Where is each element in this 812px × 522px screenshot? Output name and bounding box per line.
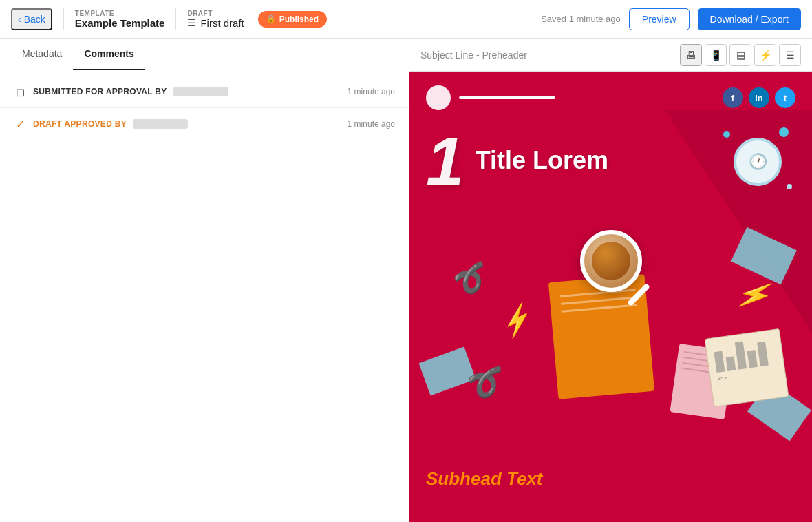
back-arrow-icon: ‹: [18, 14, 21, 25]
graph-paper: x>>: [705, 328, 789, 407]
draft-label: DRAFT: [187, 10, 244, 17]
tab-bar: Metadata Comments: [0, 39, 409, 70]
list-view-button[interactable]: ☰: [779, 44, 801, 66]
submitted-time: 1 minute ago: [348, 87, 395, 96]
published-badge: 🔒 Published: [258, 11, 327, 28]
clock-face-icon: 🕐: [749, 153, 767, 171]
hamburger-icon: ☰: [187, 17, 196, 28]
facebook-icon: f: [723, 87, 743, 108]
tablet-icon: ▤: [736, 50, 745, 61]
folder-line-2: [560, 296, 636, 305]
lock-icon: 🔒: [266, 14, 276, 23]
download-export-button[interactable]: Download / Export: [698, 8, 801, 30]
email-logo-area: [426, 85, 555, 110]
logo-line: [459, 96, 555, 99]
preview-header: Subject Line - Preheader 🖶 📱 ▤ ⚡ ☰: [409, 39, 812, 72]
back-label: Back: [24, 14, 45, 25]
header-divider-1: [63, 8, 64, 30]
tab-comments[interactable]: Comments: [73, 39, 145, 70]
lightning-bolt-1: ➰: [445, 258, 493, 304]
back-button[interactable]: ‹ Back: [11, 8, 52, 30]
email-preview: f in t 1 Title Lorem 🕐: [409, 72, 812, 522]
subject-separator: -: [476, 50, 482, 61]
app-header: ‹ Back TEMPLATE Example Template DRAFT ☰…: [0, 0, 812, 39]
email-preview-container: f in t 1 Title Lorem 🕐: [409, 72, 812, 522]
submitted-label: SUBMITTED FOR APPROVAL BY: [33, 87, 228, 97]
preview-button[interactable]: Preview: [629, 8, 690, 30]
approved-time: 1 minute ago: [348, 119, 395, 129]
approved-user-redacted: [133, 119, 188, 129]
email-hero: 1 Title Lorem 🕐: [409, 110, 812, 196]
lightning-icon: ⚡: [760, 50, 771, 61]
clock-illustration: 🕐: [720, 124, 795, 200]
bookmark-icon: ◻: [14, 85, 26, 98]
dot-decoration-1: [723, 131, 730, 138]
header-actions: Saved 1 minute ago Preview Download / Ex…: [541, 8, 801, 30]
saved-status: Saved 1 minute ago: [541, 14, 621, 24]
linkedin-icon: in: [749, 87, 769, 108]
mobile-view-button[interactable]: 📱: [705, 44, 727, 66]
clock-body: 🕐: [734, 138, 782, 186]
tab-metadata[interactable]: Metadata: [11, 39, 73, 70]
coffee-cup-inner: [592, 242, 630, 280]
logo-circle: [426, 85, 451, 110]
email-subhead: Subhead Text: [409, 457, 812, 503]
view-icons: 🖶 📱 ▤ ⚡ ☰: [680, 44, 801, 66]
header-divider-2: [175, 8, 176, 30]
graph-content: x>>: [713, 337, 778, 382]
coffee-cup: [580, 230, 642, 292]
lightning-bolt-2: ⚡: [494, 300, 536, 342]
mobile-icon: 📱: [710, 50, 722, 61]
email-top-bar: f in t: [426, 85, 795, 110]
coffee-cup-body: [580, 230, 642, 292]
published-label: Published: [279, 14, 319, 24]
email-header-section: f in t: [409, 72, 812, 110]
dot-decoration-3: [787, 184, 792, 189]
illustration-area: ➰ ⚡ ⚡ ➰: [409, 196, 812, 457]
tablet-view-button[interactable]: ▤: [729, 44, 751, 66]
draft-info: DRAFT ☰ First draft: [187, 10, 244, 29]
list-icon: ☰: [786, 50, 795, 61]
folder-lines: [559, 289, 637, 317]
draft-name: ☰ First draft: [187, 17, 244, 29]
lightning-bolt-3: ⚡: [733, 274, 774, 314]
graph-row: [713, 337, 777, 373]
submitted-user-redacted: [173, 87, 228, 96]
graph-bar-1: [714, 351, 725, 373]
activity-item-approved: ✓ DRAFT APPROVED BY 1 minute ago: [0, 108, 409, 140]
social-icons: f in t: [723, 87, 795, 108]
graph-bar-4: [747, 350, 758, 368]
graph-bar-3: [735, 341, 747, 369]
subhead-text: Subhead Text: [426, 468, 543, 489]
check-icon: ✓: [14, 118, 26, 130]
twitter-icon: t: [775, 87, 795, 108]
graph-bar-5: [757, 342, 769, 366]
activity-list: ◻ SUBMITTED FOR APPROVAL BY 1 minute ago…: [0, 70, 409, 146]
template-info: TEMPLATE Example Template: [75, 10, 165, 29]
graph-bar-2: [726, 356, 736, 370]
folder-line-3: [561, 304, 637, 313]
left-panel: Metadata Comments ◻ SUBMITTED FOR APPROV…: [0, 39, 409, 522]
approved-label: DRAFT APPROVED BY: [33, 119, 188, 129]
activity-item-submitted: ◻ SUBMITTED FOR APPROVAL BY 1 minute ago: [0, 76, 409, 108]
dot-decoration-2: [779, 127, 789, 137]
subject-line: Subject Line - Preheader: [420, 50, 672, 61]
main-layout: Metadata Comments ◻ SUBMITTED FOR APPROV…: [0, 39, 812, 522]
hero-title: Title Lorem: [476, 127, 608, 175]
hero-number: 1: [426, 127, 464, 196]
desktop-icon: 🖶: [686, 50, 696, 61]
template-label: TEMPLATE: [75, 10, 165, 17]
right-panel: Subject Line - Preheader 🖶 📱 ▤ ⚡ ☰: [409, 39, 812, 522]
template-name: Example Template: [75, 17, 165, 29]
lightning-view-button[interactable]: ⚡: [754, 44, 776, 66]
desk-scene: ➰ ⚡ ⚡ ➰: [409, 196, 812, 457]
desktop-view-button[interactable]: 🖶: [680, 44, 702, 66]
